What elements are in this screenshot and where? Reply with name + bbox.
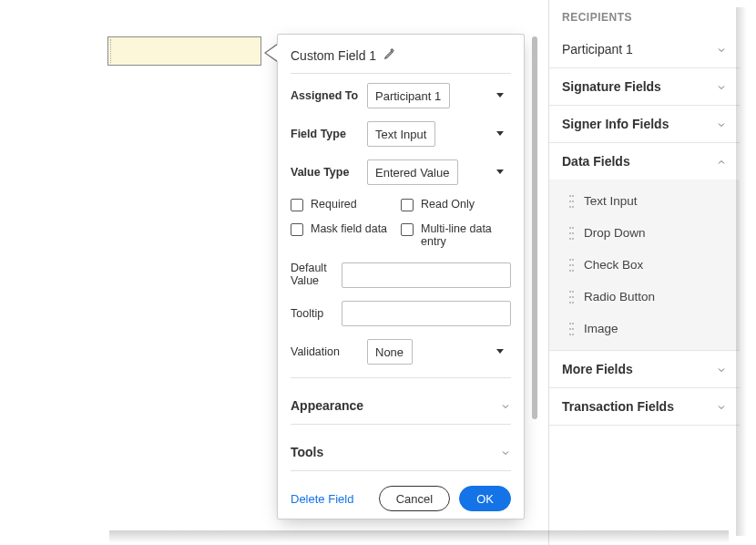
checkbox-icon	[291, 223, 303, 236]
list-item-label: Text Input	[584, 194, 638, 208]
section-label: Appearance	[291, 398, 363, 413]
divider	[291, 424, 511, 425]
list-item-label: Check Box	[584, 258, 643, 272]
more-fields-toggle[interactable]: More Fields	[549, 351, 740, 387]
group-label: Signature Fields	[562, 79, 661, 94]
transaction-fields-toggle[interactable]: Transaction Fields	[549, 388, 740, 425]
field-tool-radio-button[interactable]: Radio Button	[549, 281, 740, 313]
chevron-down-icon	[716, 118, 727, 129]
list-item-label: Radio Button	[584, 290, 655, 303]
signer-info-fields-toggle[interactable]: Signer Info Fields	[549, 106, 740, 142]
chevron-down-icon	[496, 170, 504, 174]
chevron-down-icon	[716, 44, 727, 55]
multiline-checkbox[interactable]: Multi-line data entry	[401, 222, 511, 248]
checkbox-label: Mask field data	[311, 222, 387, 235]
group-label: Transaction Fields	[562, 399, 674, 414]
assigned-to-label: Assigned To	[291, 89, 360, 102]
group-label: More Fields	[562, 362, 633, 376]
group-label: Signer Info Fields	[562, 117, 669, 131]
tooltip-input[interactable]	[342, 301, 511, 326]
checkbox-label: Read Only	[421, 198, 475, 211]
value-type-select[interactable]: Entered Value	[367, 159, 458, 185]
chevron-down-icon	[716, 81, 727, 92]
tools-section-toggle[interactable]: Tools	[291, 434, 511, 470]
checkbox-label: Required	[311, 198, 357, 211]
field-type-select[interactable]: Text Input	[367, 121, 435, 147]
drag-handle-icon	[569, 227, 575, 240]
recipients-header: RECIPIENTS	[549, 0, 740, 31]
list-item-label: Image	[584, 322, 618, 335]
data-fields-toggle[interactable]: Data Fields	[549, 143, 740, 180]
chevron-down-icon	[496, 131, 504, 136]
group-label: Data Fields	[562, 154, 630, 169]
readonly-checkbox[interactable]: Read Only	[401, 198, 511, 211]
field-tool-text-input[interactable]: Text Input	[549, 185, 740, 217]
chevron-down-icon	[716, 364, 727, 375]
cancel-button[interactable]: Cancel	[379, 486, 450, 511]
list-item-label: Drop Down	[584, 226, 646, 240]
checkbox-icon	[401, 223, 414, 236]
drop-shadow	[109, 530, 729, 543]
fields-sidebar: RECIPIENTS Participant 1 Signature Field…	[548, 0, 740, 545]
drag-handle-icon	[569, 195, 575, 208]
chevron-down-icon	[496, 93, 504, 98]
recipient-selector[interactable]: Participant 1	[549, 31, 740, 67]
appearance-section-toggle[interactable]: Appearance	[291, 387, 511, 424]
divider	[291, 470, 511, 471]
recipient-selected: Participant 1	[562, 42, 633, 57]
scrollbar-thumb[interactable]	[532, 36, 537, 419]
tooltip-label: Tooltip	[291, 307, 334, 320]
signature-fields-toggle[interactable]: Signature Fields	[549, 68, 740, 105]
field-tool-check-box[interactable]: Check Box	[549, 249, 740, 281]
delete-field-button[interactable]: Delete Field	[291, 492, 353, 506]
drag-handle-icon	[569, 323, 575, 335]
mask-data-checkbox[interactable]: Mask field data	[291, 222, 401, 248]
chevron-down-icon	[716, 401, 727, 412]
checkbox-icon	[401, 199, 414, 211]
checkbox-label: Multi-line data entry	[421, 222, 511, 248]
chevron-up-icon	[716, 156, 727, 167]
chevron-down-icon	[500, 447, 511, 458]
drag-handle-icon	[569, 291, 575, 303]
divider	[291, 377, 511, 378]
validation-label: Validation	[291, 345, 360, 358]
value-type-label: Value Type	[291, 166, 360, 179]
field-properties-popover: Custom Field 1 Assigned To Participant 1…	[277, 34, 525, 519]
default-value-input[interactable]	[342, 262, 511, 288]
default-value-label: Default Value	[291, 262, 334, 288]
validation-select[interactable]: None	[367, 339, 413, 365]
field-type-label: Field Type	[291, 128, 360, 140]
edit-name-icon[interactable]	[383, 47, 396, 64]
drag-handle-icon	[569, 259, 575, 272]
divider	[291, 73, 511, 74]
data-fields-list: Text Input Drop Down Check Box Radio But…	[549, 180, 740, 350]
assigned-to-select[interactable]: Participant 1	[367, 83, 450, 108]
field-tool-drop-down[interactable]: Drop Down	[549, 217, 740, 249]
section-label: Tools	[291, 445, 323, 459]
popover-title: Custom Field 1	[291, 48, 376, 63]
required-checkbox[interactable]: Required	[291, 198, 401, 211]
chevron-down-icon	[496, 349, 504, 354]
field-tool-image[interactable]: Image	[549, 313, 740, 344]
popover-pointer	[264, 44, 277, 62]
checkbox-icon	[291, 199, 303, 211]
chevron-down-icon	[500, 400, 511, 411]
ok-button[interactable]: OK	[459, 486, 511, 511]
placed-text-field[interactable]	[107, 36, 261, 66]
drop-shadow	[736, 7, 747, 536]
